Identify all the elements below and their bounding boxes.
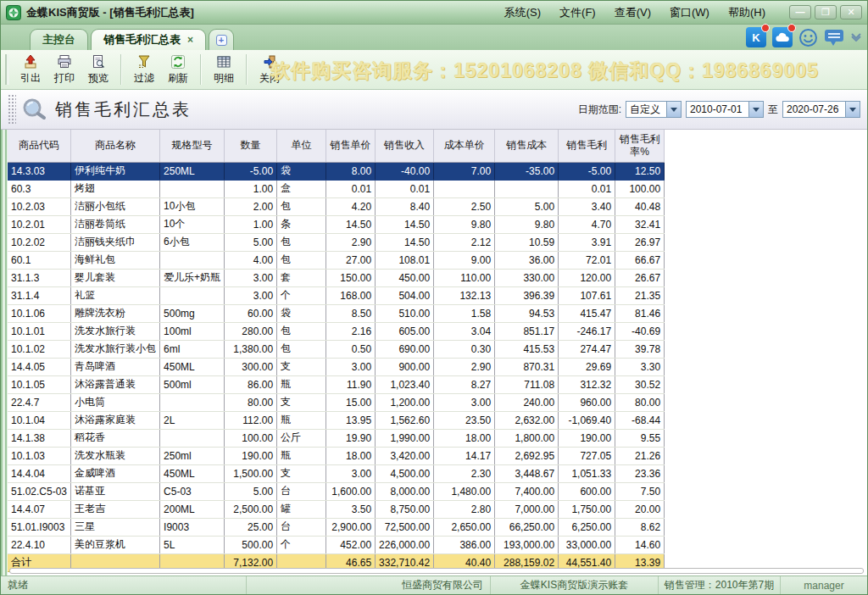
cell: 60.3: [8, 180, 71, 197]
close-button[interactable]: ✕: [840, 5, 862, 19]
panel-grip: [8, 94, 16, 125]
chevron-down-icon[interactable]: [850, 33, 862, 42]
cell: 套: [277, 269, 326, 286]
close-view-button[interactable]: 关闭: [253, 52, 287, 87]
date-from-select[interactable]: 2010-07-01: [686, 101, 764, 118]
refresh-button[interactable]: 刷新: [161, 52, 195, 87]
table-row[interactable]: 10.1.06雕牌洗衣粉500mg60.00袋8.50510.001.5894.…: [8, 304, 665, 322]
date-to-select[interactable]: 2020-07-26: [782, 101, 860, 118]
menu-view[interactable]: 查看(V): [615, 5, 651, 20]
cell: [160, 251, 225, 269]
column-header-7[interactable]: 成本单价: [434, 130, 495, 162]
cell: 86.00: [225, 375, 277, 393]
dropdown-button[interactable]: [748, 102, 763, 117]
menu-file[interactable]: 文件(F): [559, 5, 596, 20]
date-range-controls: 日期范围: 自定义 2010-07-01 至 2020-07-26: [578, 101, 860, 118]
print-button[interactable]: 打印: [47, 52, 81, 87]
table-row[interactable]: 31.1.3婴儿套装爱儿乐+奶瓶3.00套150.00450.00110.003…: [8, 269, 665, 286]
table-row[interactable]: 14.1.38稻花香100.00公斤19.901,990.0018.001,80…: [8, 429, 665, 447]
cell: 个: [277, 536, 326, 553]
cell: 21.35: [615, 286, 665, 304]
cell: 4.20: [326, 197, 376, 215]
cell: 396.39: [495, 286, 559, 304]
column-header-8[interactable]: 销售成本: [495, 130, 559, 162]
column-header-6[interactable]: 销售收入: [376, 130, 434, 162]
column-header-3[interactable]: 数量: [225, 130, 277, 162]
cell: 450ML: [160, 358, 225, 375]
cell: 26.67: [615, 269, 665, 286]
toolbar-grip: [5, 54, 9, 85]
kis-app-icon[interactable]: K: [746, 27, 766, 47]
table-row[interactable]: 10.2.03洁丽小包纸10小包2.00包4.208.402.505.003.4…: [8, 197, 665, 215]
smiley-icon[interactable]: [798, 28, 818, 47]
table-row[interactable]: 14.4.07王老吉200ML2,500.00罐3.508,750.002.80…: [8, 500, 665, 518]
menu-window[interactable]: 窗口(W): [670, 5, 709, 20]
table-row[interactable]: 14.3.03伊利纯牛奶250ML-5.00袋8.00-40.007.00-35…: [8, 162, 665, 180]
cell: 5.00: [225, 482, 277, 500]
detail-button[interactable]: 明细: [207, 52, 241, 87]
table-row[interactable]: 51.01.I9003三星I900325.00台2,900.0072,500.0…: [8, 518, 665, 536]
column-header-1[interactable]: 商品名称: [71, 130, 160, 162]
table-row[interactable]: 10.1.02洗发水旅行装小包6ml1,380.00包0.50690.000.3…: [8, 340, 665, 358]
table-row[interactable]: 14.4.04金威啤酒450ML1,500.00支3.004,500.002.3…: [8, 464, 665, 482]
cell: 193,000.00: [495, 536, 559, 553]
menu-help[interactable]: 帮助(H): [728, 5, 765, 20]
cell: 3.00: [225, 269, 277, 286]
dropdown-button[interactable]: [845, 102, 860, 117]
tab-close-icon[interactable]: ×: [187, 34, 193, 46]
dropdown-button[interactable]: [666, 102, 681, 117]
cell: 包: [277, 251, 326, 269]
column-header-0[interactable]: 商品代码: [8, 130, 71, 162]
cell: 8.00: [326, 162, 376, 180]
column-header-5[interactable]: 销售单价: [326, 130, 376, 162]
preview-button[interactable]: 预览: [81, 52, 115, 87]
column-header-4[interactable]: 单位: [277, 130, 326, 162]
status-period: 销售管理：2010年第7期: [659, 576, 781, 594]
cell: 稻花香: [71, 429, 160, 447]
range-type-select[interactable]: 自定义: [626, 101, 682, 118]
feedback-message-icon[interactable]: [824, 28, 844, 47]
report-header: 销售毛利汇总表 日期范围: 自定义 2010-07-01 至 2020-07-2…: [1, 90, 867, 130]
cell: 12.50: [615, 162, 665, 180]
column-header-9[interactable]: 销售毛利: [559, 130, 615, 162]
cell: 2.90: [434, 358, 495, 375]
cell: 500mg: [160, 304, 225, 322]
table-row[interactable]: 31.1.4礼篮3.00个168.00504.00132.13396.39107…: [8, 286, 665, 304]
column-header-10[interactable]: 销售毛利率%: [615, 130, 665, 162]
tab-main-console[interactable]: 主控台: [30, 29, 88, 50]
cell: 1.00: [225, 215, 277, 233]
table-row[interactable]: 14.4.05青岛啤酒450ML300.00支3.00900.002.90870…: [8, 358, 665, 375]
document-preview-icon: [91, 54, 106, 70]
cell: 6,250.00: [559, 518, 615, 536]
table-row[interactable]: 51.02.C5-03诺基亚C5-035.00台1,600.008,000.00…: [8, 482, 665, 500]
minimize-button[interactable]: —: [789, 5, 811, 19]
cell: 5.00: [225, 233, 277, 251]
column-header-2[interactable]: 规格型号: [160, 130, 225, 162]
cell: 14.50: [376, 215, 434, 233]
tab-sales-gross-profit[interactable]: 销售毛利汇总表 ×: [91, 29, 206, 50]
cell: 110.00: [434, 269, 495, 286]
cell: 5.00: [495, 197, 559, 215]
cell: 10.1.02: [8, 340, 71, 358]
filter-button[interactable]: 过滤: [127, 52, 161, 87]
new-tab-button[interactable]: +: [209, 29, 234, 50]
grid-edit-bar[interactable]: [9, 568, 864, 574]
table-row[interactable]: 60.3烤翅1.00盒0.010.010.01100.00: [8, 180, 665, 197]
table-row[interactable]: 22.4.10美的豆浆机5L500.00个452.00226,000.00386…: [8, 536, 665, 553]
table-row[interactable]: 10.1.01洗发水旅行装100ml280.00包2.16605.003.048…: [8, 322, 665, 340]
menu-system[interactable]: 系统(S): [504, 5, 541, 20]
table-row[interactable]: 10.2.01洁丽卷筒纸10个1.00条14.5014.509.809.804.…: [8, 215, 665, 233]
table-row[interactable]: 10.1.05沐浴露普通装500ml86.00瓶11.901,023.408.2…: [8, 375, 665, 393]
cell: 3.30: [615, 358, 665, 375]
table-row[interactable]: 22.4.7小电筒80.00支15.001,200.003.00240.0096…: [8, 393, 665, 411]
maximize-button[interactable]: ❐: [815, 5, 837, 19]
table-row[interactable]: 10.1.04沐浴露家庭装2L112.00瓶13.951,562.6023.50…: [8, 411, 665, 429]
tab-label: 销售毛利汇总表: [103, 32, 181, 47]
table-row[interactable]: 10.1.03洗发水瓶装250ml190.00瓶18.003,420.0014.…: [8, 447, 665, 464]
export-button[interactable]: 引出: [14, 52, 47, 87]
cell: [160, 180, 225, 197]
table-row[interactable]: 60.1海鲜礼包4.00包27.00108.019.0036.0072.0166…: [8, 251, 665, 269]
cloud-sync-icon[interactable]: [772, 27, 793, 47]
cell: 青岛啤酒: [71, 358, 160, 375]
table-row[interactable]: 10.2.02洁丽钱夹纸巾6小包5.00包2.9014.502.1210.593…: [8, 233, 665, 251]
